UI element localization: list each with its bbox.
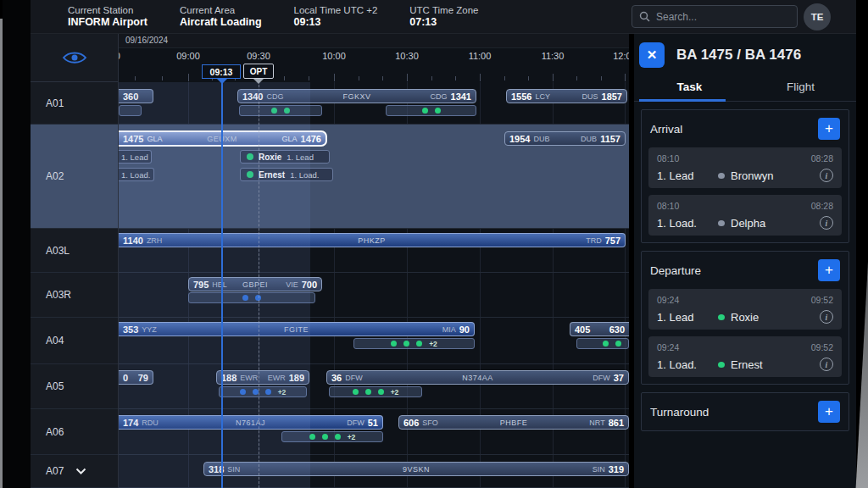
axis-tick-label: 12:00 bbox=[613, 51, 629, 61]
task-status-dot bbox=[603, 341, 609, 347]
search-input[interactable] bbox=[656, 11, 783, 23]
gantt-row-A03L[interactable]: 1140ZRHPHKZPTRD757 bbox=[119, 229, 629, 273]
flight-bar[interactable]: 318SIN9VSKNSIN319 bbox=[203, 462, 629, 476]
user-avatar[interactable]: TE bbox=[804, 3, 831, 30]
panel-header: ✕ BA 1475 / BA 1476 bbox=[634, 34, 856, 73]
assignee-status-dot bbox=[718, 314, 725, 320]
stand-label-A03L[interactable]: A03L bbox=[31, 229, 118, 273]
gantt-row-A04[interactable]: 353YYZFGITEMIA90405630+2 bbox=[119, 318, 629, 364]
topbar-item-label: Local Time UTC +2 bbox=[294, 4, 378, 16]
gantt-row-A02[interactable]: 1475GLAGEUXMGLA14761954DUBDUB11571. Lead… bbox=[119, 125, 629, 229]
flight-number: 79 bbox=[138, 373, 148, 383]
info-icon[interactable]: i bbox=[820, 216, 833, 230]
stand-label-A07[interactable]: A07 bbox=[31, 455, 118, 488]
task-chip[interactable]: 1. Load. bbox=[119, 168, 154, 181]
stand-label-A02[interactable]: A02 bbox=[31, 125, 118, 229]
flight-bar-left: 1340CDG bbox=[242, 92, 287, 102]
flight-bar[interactable]: 1556LCYDUS1857 bbox=[506, 89, 627, 103]
gantt-row-A01[interactable]: 3601340CDGFGKXVCDG13411556LCYDUS1857 bbox=[119, 82, 629, 125]
flight-bar-left: 1475GLA bbox=[123, 134, 166, 144]
flight-bar[interactable]: 1340CDGFGKXVCDG1341 bbox=[237, 89, 476, 103]
stand-label-A06[interactable]: A06 bbox=[31, 409, 118, 455]
topbar-item-label: Current Area bbox=[180, 4, 262, 16]
info-icon[interactable]: i bbox=[820, 358, 833, 371]
task-status-dot bbox=[265, 389, 271, 395]
flight-bar[interactable]: 795HELGBPEIVIE700 bbox=[188, 277, 322, 291]
stand-label-text: A03L bbox=[46, 245, 70, 257]
axis-minor-tick bbox=[431, 76, 432, 80]
flight-bar[interactable]: 360 bbox=[119, 89, 153, 103]
topbar-item-value: Aircraft Loading bbox=[180, 16, 262, 29]
aircraft-registration: N761AJ bbox=[236, 419, 265, 427]
section-title: Turnaround bbox=[650, 406, 709, 419]
flight-bar[interactable]: 1475GLAGEUXMGLA1476 bbox=[119, 130, 327, 147]
task-progress-bar[interactable]: +2 bbox=[353, 338, 475, 349]
flight-number: 188 bbox=[221, 373, 236, 383]
task-progress-bar[interactable] bbox=[239, 105, 322, 116]
tab-task[interactable]: Task bbox=[634, 73, 745, 101]
task-status-dot bbox=[253, 389, 259, 395]
info-icon[interactable]: i bbox=[820, 169, 833, 182]
add-task-button[interactable]: + bbox=[818, 118, 840, 140]
flight-bar-right: 630 bbox=[609, 324, 625, 335]
info-icon[interactable]: i bbox=[820, 310, 833, 324]
gantt-row-A07[interactable]: 318SIN9VSKNSIN319 bbox=[119, 455, 629, 488]
flight-bar-left: 174RDU bbox=[123, 418, 162, 428]
task-card[interactable]: 08:1008:281. LeadBronwyni bbox=[648, 147, 842, 188]
stand-label-A04[interactable]: A04 bbox=[31, 318, 118, 364]
flight-bar[interactable]: 1140ZRHPHKZPTRD757 bbox=[119, 233, 626, 247]
axis-tick-label: 10:30 bbox=[395, 51, 419, 61]
task-card[interactable]: 08:1008:281. Load.Delphai bbox=[648, 195, 842, 236]
task-card[interactable]: 09:2409:521. Load.Ernesti bbox=[648, 336, 842, 377]
task-progress-bar[interactable]: +2 bbox=[219, 386, 307, 397]
task-status-dot bbox=[378, 389, 384, 395]
task-chip[interactable]: Roxie1. Lead bbox=[240, 150, 330, 164]
task-progress-bar[interactable] bbox=[576, 338, 629, 349]
eye-icon[interactable] bbox=[62, 50, 87, 65]
chevron-down-icon[interactable] bbox=[75, 468, 86, 475]
flight-bar[interactable]: 405630 bbox=[570, 322, 629, 336]
search-box[interactable] bbox=[632, 5, 798, 28]
task-chip[interactable]: 1. Lead bbox=[119, 150, 152, 164]
task-label: 1. Lead bbox=[657, 169, 718, 182]
stand-label-A05[interactable]: A05 bbox=[31, 364, 118, 409]
task-card[interactable]: 09:2409:521. LeadRoxiei bbox=[648, 289, 842, 330]
add-task-button[interactable]: + bbox=[818, 259, 840, 281]
tab-flight[interactable]: Flight bbox=[745, 73, 856, 101]
close-icon[interactable]: ✕ bbox=[639, 42, 665, 68]
stand-label-A01[interactable]: A01 bbox=[31, 82, 118, 125]
flight-number: 700 bbox=[302, 280, 317, 290]
task-label: 1. Load. bbox=[121, 170, 150, 180]
task-progress-bar[interactable] bbox=[386, 105, 476, 116]
opt-label[interactable]: OPT bbox=[243, 64, 274, 79]
add-task-button[interactable]: + bbox=[818, 401, 840, 423]
flight-number: 174 bbox=[123, 418, 138, 428]
assignee-name: Bronwyn bbox=[731, 169, 774, 182]
flight-bar[interactable]: 188EWREWR189 bbox=[216, 370, 309, 385]
task-progress-bar[interactable] bbox=[119, 105, 142, 116]
flight-bar[interactable]: 1954DUBDUB1157 bbox=[504, 131, 626, 146]
axis-minor-tick bbox=[455, 76, 456, 80]
task-progress-bar[interactable]: +2 bbox=[329, 386, 422, 397]
flight-bar-right: EWR189 bbox=[264, 373, 304, 383]
task-line: 1. LeadBronwyni bbox=[657, 169, 833, 182]
flight-bar[interactable]: 36DFWN374AADFW37 bbox=[326, 370, 629, 385]
axis-major-tick bbox=[553, 74, 554, 81]
task-progress-bar[interactable]: +2 bbox=[281, 431, 383, 442]
flight-bar[interactable]: 353YYZFGITEMIA90 bbox=[119, 322, 475, 336]
flight-bar[interactable]: 606SFOPHBFENRT861 bbox=[398, 415, 629, 430]
stand-label-A03R[interactable]: A03R bbox=[31, 273, 118, 318]
gantt-row-A06[interactable]: 174RDUN761AJDFW51606SFOPHBFENRT861+2 bbox=[119, 409, 629, 455]
task-progress-bar[interactable] bbox=[188, 292, 315, 303]
task-chip[interactable]: Ernest1. Load. bbox=[240, 168, 333, 181]
gantt-row-A05[interactable]: 079188EWREWR18936DFWN374AADFW37+2+2 bbox=[119, 364, 629, 409]
axis-minor-tick bbox=[576, 76, 577, 80]
flight-bar-right: GLA1476 bbox=[279, 134, 322, 144]
task-times: 08:1008:28 bbox=[657, 201, 833, 211]
flight-bar-right: DFW37 bbox=[589, 373, 624, 383]
flight-bar[interactable]: 174RDUN761AJDFW51 bbox=[119, 415, 383, 430]
flight-bar[interactable]: 079 bbox=[119, 370, 153, 385]
gantt-row-A03R[interactable]: 795HELGBPEIVIE700 bbox=[119, 273, 629, 318]
task-line: 1. LeadRoxiei bbox=[657, 310, 833, 324]
assignee-name: Roxie bbox=[259, 152, 281, 162]
